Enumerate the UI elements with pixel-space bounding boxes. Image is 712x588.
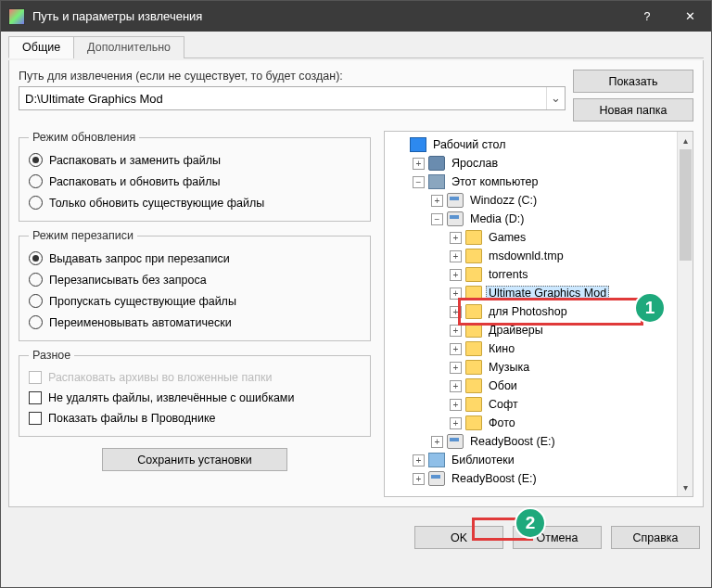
expand-icon[interactable]: + bbox=[450, 343, 462, 355]
tab-general[interactable]: Общие bbox=[8, 36, 74, 58]
help-button[interactable]: ? bbox=[626, 1, 668, 32]
expand-icon[interactable]: + bbox=[431, 195, 443, 207]
chk-show-explorer[interactable] bbox=[29, 412, 42, 425]
new-folder-button[interactable]: Новая папка bbox=[573, 98, 693, 121]
expand-icon[interactable]: + bbox=[413, 473, 425, 485]
save-settings-button[interactable]: Сохранить установки bbox=[102, 448, 287, 471]
radio-overwrite-ask[interactable] bbox=[29, 251, 43, 265]
radio-overwrite-silent[interactable] bbox=[29, 273, 43, 287]
collapse-icon[interactable]: − bbox=[413, 176, 425, 188]
tree-node-label[interactable]: Софт bbox=[486, 398, 521, 411]
radio-overwrite-skip[interactable] bbox=[29, 294, 43, 308]
tree-node[interactable]: +Софт bbox=[387, 395, 675, 414]
tree-node-label[interactable]: Музыка bbox=[486, 361, 532, 374]
tree-node-label[interactable]: ReadyBoost (E:) bbox=[449, 472, 540, 485]
tree-node[interactable]: +для Photoshop bbox=[387, 302, 675, 321]
overwrite-legend: Режим перезаписи bbox=[29, 229, 137, 242]
tree-node[interactable]: +Кино bbox=[387, 339, 675, 358]
close-button[interactable]: ✕ bbox=[668, 1, 711, 32]
chevron-down-icon[interactable]: ⌄ bbox=[546, 87, 565, 109]
tree-node-label[interactable]: msdownld.tmp bbox=[486, 249, 566, 262]
tree-node[interactable]: Рабочий стол bbox=[387, 135, 675, 154]
path-input[interactable] bbox=[19, 92, 546, 106]
tree-node-label[interactable]: Обои bbox=[486, 379, 520, 392]
tree-node-label[interactable]: Рабочий стол bbox=[430, 138, 508, 151]
expand-icon[interactable]: + bbox=[450, 417, 462, 429]
expand-icon[interactable]: + bbox=[450, 399, 462, 411]
tab-strip: Общие Дополнительно bbox=[8, 35, 704, 58]
tree-node-label[interactable]: Фото bbox=[486, 416, 518, 429]
drive-icon bbox=[447, 193, 464, 208]
collapse-icon[interactable]: − bbox=[431, 213, 443, 225]
annotation-badge-1: 1 bbox=[634, 292, 666, 324]
tree-node-label[interactable]: для Photoshop bbox=[486, 305, 570, 318]
scroll-down-icon[interactable]: ▾ bbox=[679, 480, 693, 494]
folder-icon bbox=[465, 397, 482, 412]
tree-node-label[interactable]: Games bbox=[486, 231, 528, 244]
tree-node[interactable]: −Этот компьютер bbox=[387, 173, 675, 191]
titlebar: Путь и параметры извлечения ? ✕ bbox=[1, 1, 711, 32]
scroll-thumb[interactable] bbox=[680, 149, 692, 261]
chk-keep-broken[interactable] bbox=[29, 391, 42, 404]
folder-icon bbox=[465, 230, 482, 245]
radio-overwrite-rename[interactable] bbox=[29, 315, 43, 329]
expand-icon[interactable]: + bbox=[450, 306, 462, 318]
tree-node-label[interactable]: torrents bbox=[486, 268, 530, 281]
tree-node[interactable]: +Ярослав bbox=[387, 154, 675, 173]
tree-node[interactable]: +Ultimate Graphics Mod bbox=[387, 284, 675, 302]
path-combobox[interactable]: ⌄ bbox=[19, 86, 566, 110]
ok-button[interactable]: OK bbox=[414, 526, 503, 549]
tree-node-label[interactable]: Библиотеки bbox=[449, 454, 517, 467]
expand-icon[interactable]: + bbox=[450, 325, 462, 337]
tree-node[interactable]: +Драйверы bbox=[387, 321, 675, 339]
expand-icon[interactable]: + bbox=[413, 454, 425, 467]
update-legend: Режим обновления bbox=[29, 131, 139, 144]
radio-update-replace[interactable] bbox=[29, 153, 43, 167]
lib-icon bbox=[428, 453, 445, 467]
tree-node[interactable]: +Фото bbox=[387, 414, 675, 432]
tree-node[interactable]: +Windozz (C:) bbox=[387, 191, 675, 210]
misc-legend: Разное bbox=[29, 349, 74, 362]
tree-node[interactable]: +Обои bbox=[387, 377, 675, 395]
expand-icon[interactable]: + bbox=[450, 269, 462, 281]
vertical-scrollbar[interactable]: ▴ ▾ bbox=[677, 132, 693, 496]
tree-node[interactable]: +torrents bbox=[387, 265, 675, 284]
expand-icon[interactable]: + bbox=[450, 250, 462, 262]
show-button[interactable]: Показать bbox=[573, 70, 693, 93]
tree-node[interactable]: +Games bbox=[387, 228, 675, 247]
expand-icon[interactable]: + bbox=[450, 288, 462, 300]
expand-icon[interactable]: + bbox=[413, 158, 425, 170]
user-icon bbox=[428, 156, 445, 171]
expand-icon[interactable]: + bbox=[450, 232, 462, 244]
folder-icon bbox=[465, 286, 482, 300]
tree-node[interactable]: +ReadyBoost (E:) bbox=[387, 469, 675, 488]
help-button-bottom[interactable]: Справка bbox=[611, 526, 700, 549]
expand-icon[interactable]: + bbox=[431, 436, 443, 448]
tree-node-label[interactable]: Windozz (C:) bbox=[467, 194, 540, 207]
general-panel: Путь для извлечения (если не существует,… bbox=[8, 60, 704, 507]
drive-icon bbox=[447, 211, 464, 226]
tree-node[interactable]: +Музыка bbox=[387, 358, 675, 377]
tab-advanced[interactable]: Дополнительно bbox=[73, 36, 184, 58]
tree-node-label[interactable]: Media (D:) bbox=[467, 212, 527, 225]
tree-node-label[interactable]: Ultimate Graphics Mod bbox=[486, 286, 609, 300]
overwrite-mode-group: Режим перезаписи Выдавать запрос при пер… bbox=[19, 229, 371, 341]
tree-node-label[interactable]: Драйверы bbox=[486, 324, 546, 337]
tree-node-label[interactable]: Этот компьютер bbox=[449, 175, 540, 188]
dialog-buttons: 2 OK Отмена Справка bbox=[1, 515, 711, 558]
radio-update-existing[interactable] bbox=[29, 196, 43, 210]
tree-node[interactable]: +Библиотеки bbox=[387, 451, 675, 469]
expand-icon[interactable]: + bbox=[450, 380, 462, 392]
misc-group: Разное Распаковать архивы во вложенные п… bbox=[19, 349, 371, 437]
content: Общие Дополнительно Путь для извлечения … bbox=[1, 32, 711, 515]
tree-node[interactable]: +msdownld.tmp bbox=[387, 247, 675, 265]
tree-node[interactable]: +ReadyBoost (E:) bbox=[387, 432, 675, 451]
tree-node[interactable]: −Media (D:) bbox=[387, 210, 675, 228]
tree-node-label[interactable]: Кино bbox=[486, 342, 517, 355]
radio-update-refresh[interactable] bbox=[29, 174, 43, 188]
scroll-up-icon[interactable]: ▴ bbox=[679, 134, 693, 147]
folder-tree[interactable]: Рабочий стол+Ярослав−Этот компьютер+Wind… bbox=[385, 132, 677, 496]
expand-icon[interactable]: + bbox=[450, 362, 462, 374]
tree-node-label[interactable]: ReadyBoost (E:) bbox=[467, 435, 558, 448]
tree-node-label[interactable]: Ярослав bbox=[449, 157, 501, 170]
